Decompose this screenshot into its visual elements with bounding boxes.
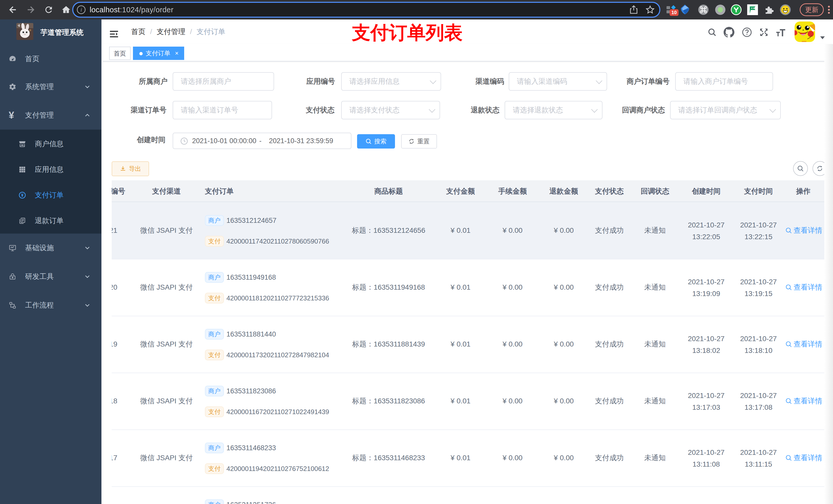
svg-text:¥: ¥ [21,193,23,197]
